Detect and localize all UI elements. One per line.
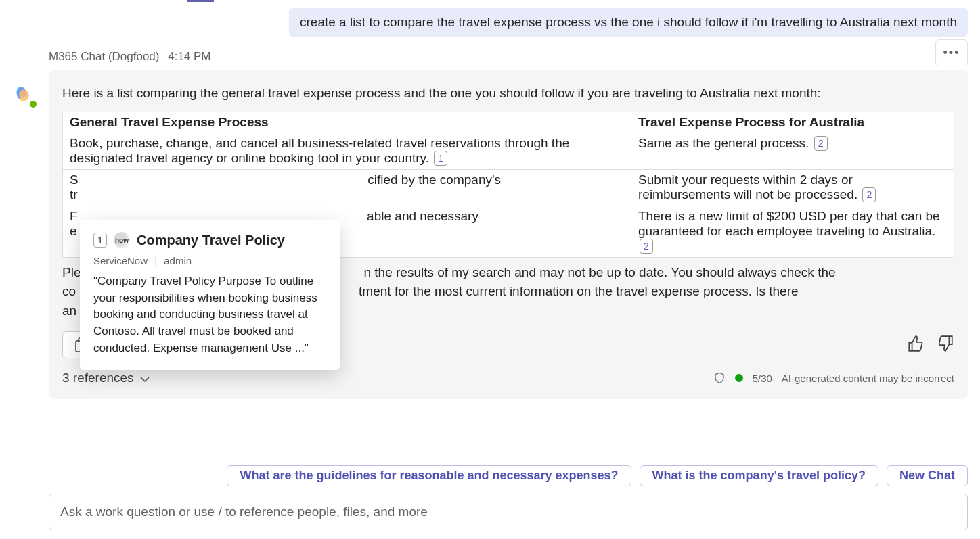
references-label: 3 references [62,371,134,385]
more-options-button[interactable]: ••• [935,39,968,66]
presence-badge [28,99,38,109]
ai-disclaimer: AI-generated content may be incorrect [782,373,954,384]
cell-text: S [70,172,79,187]
chevron-down-icon [139,374,150,385]
cell-text: Same as the general process. [638,136,809,150]
citation-badge[interactable]: 2 [814,136,828,151]
user-message-bubble: create a list to compare the travel expe… [289,8,968,37]
feedback-controls [907,335,954,355]
table-header-row: General Travel Expense Process Travel Ex… [63,112,954,133]
suggestion-chip[interactable]: What is the company's travel policy? [640,465,878,486]
cell-text: able and necessary [367,209,478,223]
cell-text: Submit your requests within 2 days or re… [638,172,858,202]
popup-author: admin [164,255,192,266]
suggestion-chip[interactable]: What are the guidelines for reasonable a… [227,465,631,486]
active-tab-indicator [187,0,214,2]
popup-meta: ServiceNow | admin [93,255,326,266]
table-row: Sxxxxxxxxxxxxxxxxxxxxxxxxxxxxxxxxxxxxxxx… [63,169,954,206]
servicenow-logo-icon: now [114,232,130,248]
citation-badge[interactable]: 2 [640,239,653,254]
cell-text: e [70,224,77,238]
references-toggle[interactable]: 3 references [62,371,150,385]
citation-badge[interactable]: 1 [434,151,447,166]
outro-text: Ple [62,265,81,279]
popup-citation-number: 1 [93,233,107,248]
more-icon: ••• [943,46,960,60]
thumbs-down-button[interactable] [937,335,954,355]
citation-hovercard: 1 now Company Travel Policy ServiceNow |… [80,220,340,370]
usage-count: 5/30 [753,373,772,384]
user-message-text: create a list to compare the travel expe… [300,15,957,29]
outro-text: tment for the most current information o… [359,284,798,298]
outro-text: an [62,304,76,318]
popup-body: "Company Travel Policy Purpose To outlin… [93,273,326,356]
new-chat-button[interactable]: New Chat [887,465,968,486]
table-row: Book, purchase, change, and cancel all b… [63,133,954,169]
message-composer[interactable] [49,494,968,530]
shield-icon [713,372,726,384]
outro-text: co [62,284,76,298]
popup-title[interactable]: Company Travel Policy [137,233,285,248]
table-header-right: Travel Expense Process for Australia [631,112,954,133]
cell-text: cified by the company's [368,172,501,187]
composer-input[interactable] [60,494,956,530]
thumbs-up-button[interactable] [907,335,925,355]
sent-time: 4:14 PM [168,50,210,63]
table-header-left: General Travel Expense Process [63,112,631,133]
outro-text: n the results of my search and may not b… [363,265,835,279]
suggestions-row: What are the guidelines for reasonable a… [49,465,968,486]
cell-text: There is a new limit of $200 USD per day… [638,209,940,238]
response-intro: Here is a list comparing the general tra… [62,84,954,103]
status-dot-icon [735,374,743,382]
bot-avatar [9,80,37,108]
sender-name: M365 Chat (Dogfood) [49,50,159,63]
citation-badge[interactable]: 2 [862,187,876,202]
cell-text: tr [70,187,78,202]
cell-text: Book, purchase, change, and cancel all b… [70,136,569,165]
message-header: M365 Chat (Dogfood) 4:14 PM [49,50,211,64]
references-row: 3 references 5/30 AI-generated content m… [62,371,954,385]
cell-text: F [70,209,78,223]
popup-source: ServiceNow [93,255,148,266]
